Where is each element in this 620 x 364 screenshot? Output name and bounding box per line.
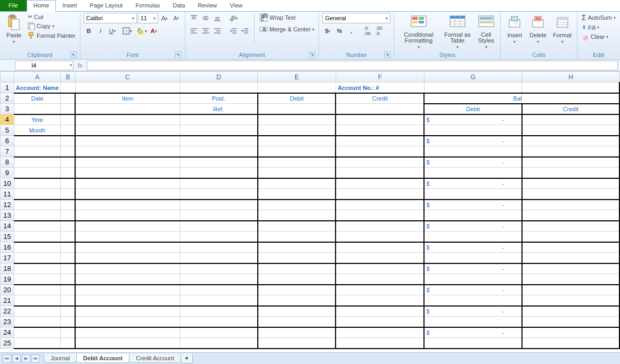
cell-E24[interactable] bbox=[258, 327, 336, 338]
cell-D18[interactable] bbox=[180, 263, 258, 274]
align-top-button[interactable] bbox=[189, 13, 199, 23]
cell-A10[interactable] bbox=[14, 178, 61, 189]
cell-D20[interactable] bbox=[180, 285, 258, 295]
cell-F12[interactable] bbox=[336, 200, 424, 210]
row-header-16[interactable]: 16 bbox=[1, 242, 14, 253]
col-header-H[interactable]: H bbox=[522, 72, 619, 82]
dialog-launcher-icon[interactable]: ⬊ bbox=[384, 52, 390, 58]
cell-G7[interactable] bbox=[424, 146, 521, 157]
cell-D19[interactable] bbox=[180, 274, 258, 285]
cell-D10[interactable] bbox=[180, 178, 258, 189]
cell-F13[interactable] bbox=[336, 210, 424, 221]
format-cells-button[interactable]: Format▾ bbox=[551, 13, 574, 45]
cell-D17[interactable] bbox=[180, 253, 258, 263]
cell-F4[interactable] bbox=[336, 114, 424, 125]
cell-D5[interactable] bbox=[180, 125, 258, 136]
cell-C16[interactable] bbox=[75, 242, 180, 253]
cell-E13[interactable] bbox=[258, 210, 336, 221]
cell-A14[interactable] bbox=[14, 221, 61, 231]
cell-F21[interactable] bbox=[336, 295, 424, 306]
col-header-E[interactable]: E bbox=[258, 72, 336, 82]
align-center-button[interactable] bbox=[200, 26, 211, 36]
cell-F17[interactable] bbox=[336, 253, 424, 263]
align-left-button[interactable] bbox=[189, 26, 199, 36]
cell-B4[interactable] bbox=[61, 114, 75, 125]
sheet-tab-new[interactable]: ✦ bbox=[181, 354, 193, 363]
cell-A12[interactable] bbox=[14, 200, 61, 210]
grow-font-button[interactable]: A▴ bbox=[159, 13, 170, 23]
comma-button[interactable]: , bbox=[346, 26, 356, 36]
row-header-21[interactable]: 21 bbox=[1, 295, 14, 306]
cell-G17[interactable] bbox=[424, 253, 521, 263]
cell-G2[interactable]: Balance bbox=[424, 93, 521, 104]
cell-H15[interactable] bbox=[522, 231, 619, 242]
cell-C17[interactable] bbox=[75, 253, 180, 263]
cell-G23[interactable] bbox=[424, 317, 521, 327]
cell-A3[interactable] bbox=[14, 104, 61, 114]
clear-button[interactable]: Clear▾ bbox=[581, 32, 609, 41]
cell-C25[interactable] bbox=[75, 338, 180, 349]
cell-E20[interactable] bbox=[258, 285, 336, 295]
cell-B5[interactable] bbox=[61, 125, 75, 136]
cell-H10[interactable] bbox=[522, 178, 619, 189]
sheet-nav-last[interactable]: ⏭ bbox=[31, 354, 40, 363]
cell-B10[interactable] bbox=[61, 178, 75, 189]
cell-E9[interactable] bbox=[258, 168, 336, 178]
name-box[interactable]: I4▾ bbox=[15, 61, 74, 70]
align-right-button[interactable] bbox=[212, 26, 223, 36]
bold-button[interactable]: B bbox=[84, 26, 94, 36]
cell-F22[interactable] bbox=[336, 306, 424, 317]
align-bottom-button[interactable] bbox=[212, 13, 223, 23]
accounting-format-button[interactable]: $▾ bbox=[322, 26, 333, 36]
row-header-17[interactable]: 17 bbox=[1, 253, 14, 263]
cell-B19[interactable] bbox=[61, 274, 75, 285]
cell-E7[interactable] bbox=[258, 146, 336, 157]
row-header-3[interactable]: 3 bbox=[1, 104, 14, 114]
cell-C2[interactable]: Item bbox=[75, 93, 180, 104]
cell-F3[interactable] bbox=[336, 104, 424, 114]
sheet-tab-credit-account[interactable]: Credit Account bbox=[129, 354, 181, 363]
col-header-F[interactable]: F bbox=[336, 72, 424, 82]
cell-G20[interactable]: $- bbox=[424, 285, 521, 295]
fx-icon[interactable]: fx bbox=[74, 62, 87, 69]
cell-F5[interactable] bbox=[336, 125, 424, 136]
cell-C22[interactable] bbox=[75, 306, 180, 317]
cell-D11[interactable] bbox=[180, 189, 258, 200]
cell-B17[interactable] bbox=[61, 253, 75, 263]
autosum-button[interactable]: ΣAutoSum▾ bbox=[581, 13, 617, 22]
cell-F7[interactable] bbox=[336, 146, 424, 157]
cell-H19[interactable] bbox=[522, 274, 619, 285]
row-header-24[interactable]: 24 bbox=[1, 327, 14, 338]
cell-G18[interactable]: $- bbox=[424, 263, 521, 274]
cell-C9[interactable] bbox=[75, 168, 180, 178]
row-header-10[interactable]: 10 bbox=[1, 178, 14, 189]
row-header-23[interactable]: 23 bbox=[1, 317, 14, 327]
sheet-nav-first[interactable]: ⏮ bbox=[3, 354, 11, 363]
tab-formulas[interactable]: Formulas bbox=[129, 0, 166, 11]
cell-A1[interactable]: Account: Name bbox=[14, 82, 61, 93]
cell-C4[interactable] bbox=[75, 114, 180, 125]
cell-E22[interactable] bbox=[258, 306, 336, 317]
cell-A21[interactable] bbox=[14, 295, 61, 306]
cell-H7[interactable] bbox=[522, 146, 619, 157]
cell-B8[interactable] bbox=[61, 157, 75, 168]
format-as-table-button[interactable]: Format as Table▾ bbox=[442, 13, 472, 51]
cell-D9[interactable] bbox=[180, 168, 258, 178]
cell-C10[interactable] bbox=[75, 178, 180, 189]
cell-B20[interactable] bbox=[61, 285, 75, 295]
cell-E3[interactable] bbox=[258, 104, 336, 114]
orientation-button[interactable]: ab▾ bbox=[228, 13, 239, 23]
cell-E15[interactable] bbox=[258, 231, 336, 242]
worksheet-grid[interactable]: ABCDEFGH1Account: NameAccount No.: #2Dat… bbox=[0, 71, 620, 352]
increase-decimal-button[interactable]: .0.00 bbox=[362, 26, 372, 36]
cell-A4[interactable]: Year bbox=[14, 114, 61, 125]
row-header-12[interactable]: 12 bbox=[1, 200, 14, 210]
cell-C18[interactable] bbox=[75, 263, 180, 274]
cell-B25[interactable] bbox=[61, 338, 75, 349]
cell-D24[interactable] bbox=[180, 327, 258, 338]
cell-C6[interactable] bbox=[75, 136, 180, 146]
cell-H21[interactable] bbox=[522, 295, 619, 306]
cell-H12[interactable] bbox=[522, 200, 619, 210]
font-color-button[interactable]: A▾ bbox=[149, 26, 159, 36]
cell-H24[interactable] bbox=[522, 327, 619, 338]
